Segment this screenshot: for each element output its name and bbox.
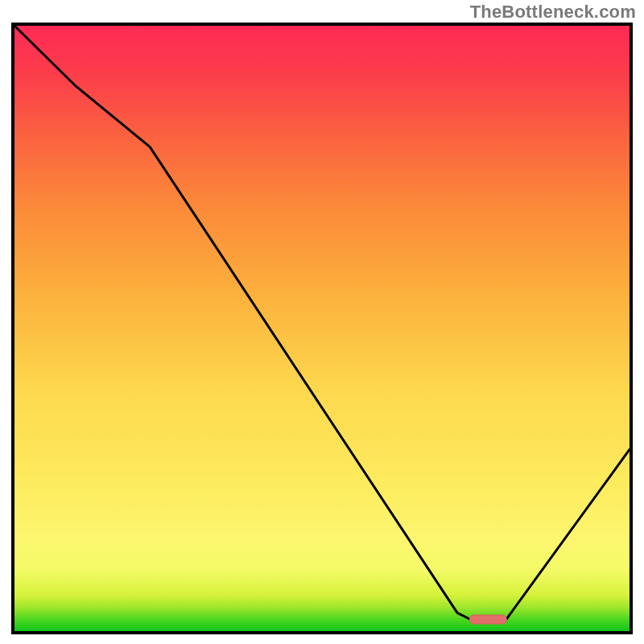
chart-svg (14, 26, 630, 631)
bottleneck-curve (14, 26, 630, 619)
watermark-text: TheBottleneck.com (470, 2, 636, 23)
optimum-marker (469, 615, 506, 624)
chart-frame (11, 23, 633, 634)
